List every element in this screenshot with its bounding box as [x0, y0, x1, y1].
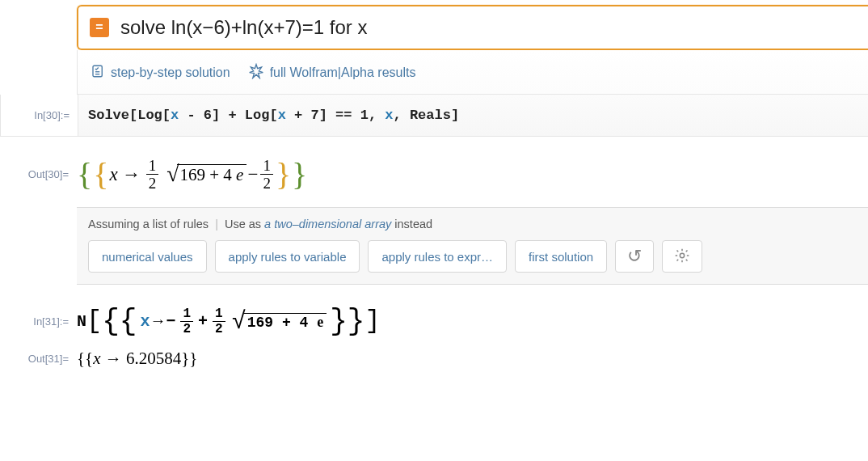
full-results-link[interactable]: full Wolfram|Alpha results	[248, 63, 416, 82]
square-root-2: √ 169 + 4 e	[232, 313, 327, 331]
rule-arrow-2: →	[153, 312, 162, 331]
suggestions-panel: Assuming a list of rules | Use as a two–…	[77, 207, 868, 285]
first-solution-button[interactable]: first solution	[515, 240, 607, 273]
outer-brace-open-2: {	[102, 313, 120, 331]
full-results-label: full Wolfram|Alpha results	[270, 66, 416, 80]
out31-value[interactable]: {{x → 6.20584}}	[77, 349, 197, 369]
variable-x-2: x	[140, 312, 150, 331]
unary-minus: −	[166, 312, 175, 331]
bracket-close: ]	[364, 312, 380, 330]
plus-sign: +	[198, 312, 208, 331]
gear-icon	[674, 247, 690, 266]
step-by-step-label: step-by-step solution	[111, 66, 230, 80]
assume-prefix: Assuming a list of rules	[88, 218, 209, 230]
code-content[interactable]: Solve[Log[x - 6] + Log[x + 7] == 1, x, R…	[78, 95, 868, 136]
numerical-values-button[interactable]: numerical values	[88, 240, 207, 273]
svg-marker-3	[249, 65, 263, 78]
out30-label: Out[30]=	[0, 168, 77, 180]
outer-brace-close-2: }	[348, 313, 365, 331]
checklist-icon	[91, 64, 105, 82]
svg-point-4	[680, 253, 684, 257]
input-code-cell: In[30]:= Solve[Log[x - 6] + Log[x + 7] =…	[0, 95, 868, 137]
step-by-step-link[interactable]: step-by-step solution	[91, 64, 230, 82]
n-expression[interactable]: N [ { { x → − 1 2 + 1 2 √ 169 + 4 e } } …	[77, 307, 381, 336]
n-function: N	[77, 312, 86, 331]
assume-line: Assuming a list of rules | Use as a two–…	[88, 218, 857, 230]
fraction-half-4: 1 2	[213, 307, 225, 336]
outer-brace-open: {	[77, 163, 92, 186]
inner-brace-close-2: }	[330, 313, 348, 331]
refresh-icon: ↺	[627, 246, 642, 267]
refresh-button[interactable]: ↺	[615, 240, 654, 273]
out31-label: Out[31]=	[0, 353, 77, 365]
wolfram-alpha-query-box[interactable]: = solve ln(x−6)+ln(x+7)=1 for x	[77, 5, 868, 50]
out31-row: Out[31]= {{x → 6.20584}}	[0, 340, 868, 377]
apply-rules-variable-button[interactable]: apply rules to variable	[215, 240, 360, 273]
fraction-half: 1 2	[146, 158, 159, 191]
alpha-query-text[interactable]: solve ln(x−6)+ln(x+7)=1 for x	[120, 16, 367, 39]
out30-expression[interactable]: { { x → 1 2 √ 169 + 4 e − 1 2 } }	[77, 158, 307, 191]
fraction-half-2: 1 2	[260, 158, 273, 191]
alpha-links-bar: step-by-step solution full Wolfram|Alpha…	[77, 50, 868, 95]
spikey-icon	[248, 63, 264, 82]
variable-x: x	[109, 164, 117, 185]
solve-expression: Solve[Log[x - 6] + Log[x + 7] == 1, x, R…	[88, 108, 459, 123]
wolfram-alpha-icon: =	[90, 18, 109, 37]
inner-brace-open-2: {	[120, 313, 137, 331]
two-dimensional-array-link[interactable]: a two–dimensional array	[264, 218, 391, 230]
settings-button[interactable]	[662, 240, 702, 273]
inner-brace-close: }	[276, 163, 291, 186]
in31-row: In[31]:= N [ { { x → − 1 2 + 1 2 √ 169 +…	[0, 285, 868, 340]
in30-label: In[30]:=	[1, 109, 78, 121]
outer-brace-close: }	[292, 163, 307, 186]
square-root: √ 169 + 4 e	[166, 164, 246, 185]
inner-brace-open: {	[93, 163, 108, 186]
use-as-text: Use as	[225, 218, 261, 230]
in31-label: In[31]:=	[0, 315, 77, 328]
svg-rect-0	[93, 66, 102, 77]
apply-rules-expr-button[interactable]: apply rules to expr…	[368, 240, 507, 273]
instead-text: instead	[394, 218, 432, 230]
out30-row: Out[30]= { { x → 1 2 √ 169 + 4 e − 1 2 }…	[0, 137, 868, 207]
rule-arrow: →	[119, 164, 144, 185]
fraction-half-3: 1 2	[180, 307, 193, 336]
minus-sign: −	[247, 164, 258, 185]
bracket-open: [	[86, 312, 102, 330]
